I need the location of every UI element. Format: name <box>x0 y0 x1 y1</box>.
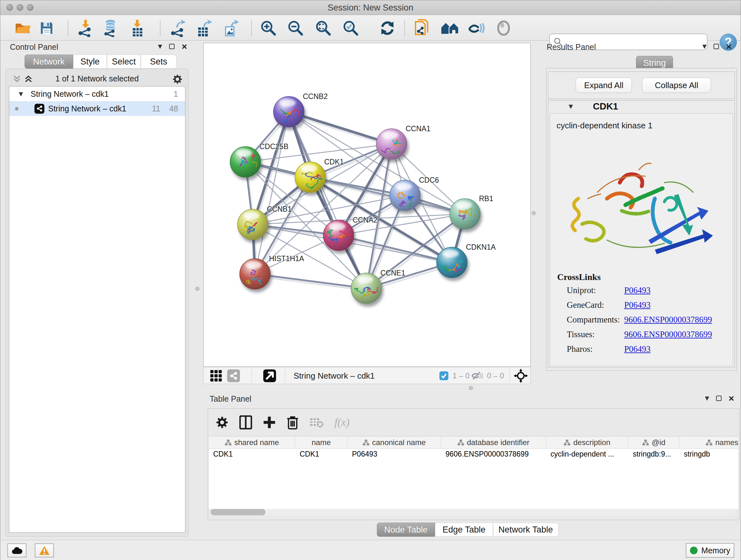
entry-expander-icon[interactable]: ▼ <box>569 103 573 110</box>
expand-collapse-box: Expand All Collapse All <box>548 71 735 99</box>
annotation-file-icon <box>414 19 429 37</box>
edge-CCNB2-CCNA1[interactable] <box>289 112 392 144</box>
column-header-shared-name[interactable]: shared name <box>209 436 295 448</box>
cloud-status-button[interactable] <box>7 543 26 557</box>
close-panel-icon[interactable]: × <box>729 395 734 401</box>
column-header-database-identifier[interactable]: database identifier <box>441 436 546 448</box>
tab-select[interactable]: Select <box>107 55 141 69</box>
node-CDKN1A[interactable]: CDKN1A <box>436 243 496 278</box>
collapse-all-button[interactable]: Collapse All <box>642 78 711 93</box>
tab-sets[interactable]: Sets <box>141 55 177 69</box>
table-row[interactable]: CDK1CDK1P064939606.ENSP00000378699cyclin… <box>209 449 738 460</box>
export-network-to-file-button[interactable] <box>168 19 187 37</box>
warning-status-button[interactable] <box>35 543 54 557</box>
zoom-selected-button[interactable] <box>341 19 360 37</box>
return-to-gallery-button[interactable] <box>441 19 459 37</box>
network-row[interactable]: String Network – cdk1 11 48 <box>9 101 185 116</box>
import-table-from-file-button[interactable] <box>128 19 146 37</box>
node-CDK1[interactable]: CDK1 <box>295 158 344 192</box>
column-header-namespace[interactable]: namespace <box>679 436 738 448</box>
panel-menu-icon[interactable]: ▼ <box>158 43 162 50</box>
tab-node-table[interactable]: Node Table <box>377 523 435 537</box>
selected-checkbox-icon[interactable] <box>439 371 449 381</box>
table-cell[interactable]: stringdb:9... <box>628 449 679 460</box>
column-header-canonical-name[interactable]: canonical name <box>347 436 441 448</box>
selected-count-group: 1 – 0 <box>439 369 469 382</box>
table-horizontal-scrollbar[interactable] <box>211 509 735 515</box>
delete-column-trash-icon[interactable] <box>286 415 299 429</box>
table-cell[interactable]: cyclin-dependent ... <box>546 449 628 460</box>
toolbar-separator <box>509 369 510 382</box>
crosslink-link[interactable]: 9606.ENSP00000378699 <box>624 315 712 324</box>
close-panel-icon[interactable]: × <box>726 44 732 49</box>
gear-icon[interactable] <box>172 74 183 84</box>
expand-all-button[interactable]: Expand All <box>576 78 632 93</box>
column-header-description[interactable]: description <box>546 436 628 448</box>
network-selection-status: 1 of 1 Network selected <box>6 74 188 83</box>
refresh-icon <box>379 20 396 37</box>
tab-style[interactable]: Style <box>73 55 107 69</box>
table-cell[interactable]: stringdb <box>679 449 738 460</box>
annotations-button[interactable] <box>413 19 431 37</box>
add-column-icon[interactable] <box>263 416 276 429</box>
network-collection-row[interactable]: ▼ String Network – cdk1 1 <box>9 86 185 101</box>
table-body: CDK1CDK1P064939606.ENSP00000378699cyclin… <box>209 449 738 460</box>
export-table-to-file-button[interactable] <box>195 19 213 37</box>
panel-menu-icon[interactable]: ▼ <box>702 43 706 50</box>
crosslink-link[interactable]: P06493 <box>624 344 651 354</box>
scrollbar-thumb[interactable] <box>211 509 266 515</box>
tab-network-table[interactable]: Network Table <box>493 523 558 537</box>
close-panel-icon[interactable]: × <box>182 44 187 49</box>
toolbar-separator <box>404 20 405 36</box>
tab-network[interactable]: Network <box>24 55 73 69</box>
right-splitter-handle[interactable] <box>532 211 536 215</box>
import-network-from-file-button[interactable] <box>76 19 94 37</box>
table-cell[interactable]: 9606.ENSP00000378699 <box>441 449 546 460</box>
tab-edge-table[interactable]: Edge Table <box>435 523 493 537</box>
left-splitter-handle[interactable] <box>195 287 199 291</box>
entry-header[interactable]: ▼ CDK1 <box>548 101 735 113</box>
export-image-button[interactable] <box>222 19 240 37</box>
birdseye-navigator-button[interactable] <box>514 369 528 382</box>
crosslink-link[interactable]: 9606.ENSP00000378699 <box>624 329 712 339</box>
crosslink-link[interactable]: P06493 <box>624 286 651 295</box>
column-header--id[interactable]: @id <box>628 436 679 448</box>
toolbar-separator <box>285 369 285 382</box>
zoom-fit-button[interactable] <box>314 19 333 37</box>
open-session-button[interactable] <box>13 19 32 37</box>
node-RB1[interactable]: RB1 <box>450 194 493 229</box>
grid-view-button[interactable] <box>210 369 222 382</box>
zoom-out-button[interactable] <box>286 19 305 37</box>
table-settings-gear-icon[interactable] <box>216 416 228 429</box>
table-cell[interactable]: CDK1 <box>295 449 347 460</box>
crosslink-label: Uniprot: <box>567 286 624 295</box>
float-panel-icon[interactable] <box>714 44 719 49</box>
table-cell[interactable]: P06493 <box>347 449 441 460</box>
refresh-view-button[interactable] <box>378 19 397 37</box>
hidden-eye-icon[interactable] <box>471 371 483 381</box>
save-session-button[interactable] <box>37 19 56 37</box>
inactive-eye-button[interactable] <box>494 19 513 37</box>
table-cell[interactable]: CDK1 <box>209 449 295 460</box>
node-HIST1H1A[interactable]: HIST1H1A <box>240 254 305 289</box>
column-header-name[interactable]: name <box>295 436 347 448</box>
crosslink-link[interactable]: P06493 <box>624 300 651 310</box>
open-in-new-window-button[interactable] <box>263 369 276 382</box>
show-columns-icon[interactable] <box>239 415 252 429</box>
network-view-canvas[interactable]: CCNB2CCNA1CDC25BCDK1CDC6RB1CCNB1CCNA2CDK… <box>203 43 531 367</box>
edge-CCNE1-HIST1H1A[interactable] <box>255 274 366 288</box>
float-panel-icon[interactable] <box>716 395 722 401</box>
node-label-CCNA2: CCNA2 <box>353 216 378 224</box>
memory-label: Memory <box>701 546 730 555</box>
float-panel-icon[interactable] <box>169 44 175 49</box>
memory-button[interactable]: Memory <box>686 543 734 558</box>
zoom-in-button[interactable] <box>259 19 278 37</box>
panel-menu-icon[interactable]: ▼ <box>705 395 709 401</box>
tree-expander-icon[interactable]: ▼ <box>19 91 23 97</box>
open-folder-icon <box>15 21 30 35</box>
node-CCNA1[interactable]: CCNA1 <box>376 125 430 159</box>
import-network-from-database-button[interactable] <box>101 19 120 37</box>
share-network-button[interactable] <box>227 369 240 382</box>
show-hide-graphics-details-button[interactable] <box>468 19 486 37</box>
string-results-container: Expand All Collapse All ▼ CDK1 cyclin-de… <box>546 68 737 371</box>
